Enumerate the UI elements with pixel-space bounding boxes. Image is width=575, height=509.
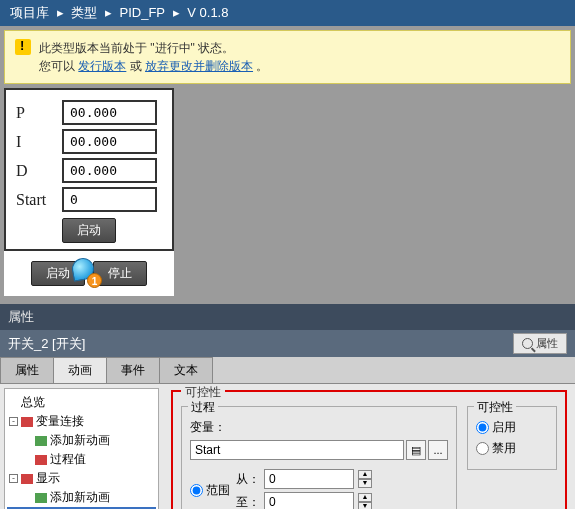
release-link[interactable]: 发行版本 — [78, 59, 126, 73]
tree-process-val[interactable]: 过程值 — [7, 450, 156, 469]
to-input[interactable] — [264, 492, 354, 509]
pid-label-d: D — [12, 162, 62, 180]
tab-animation[interactable]: 动画 — [53, 357, 107, 383]
pid-input-p[interactable] — [62, 100, 157, 125]
properties-tab-right[interactable]: 属性 — [513, 333, 567, 354]
tab-properties[interactable]: 属性 — [0, 357, 54, 383]
pid-label-i: I — [12, 133, 62, 151]
to-spinner[interactable]: ▲▼ — [358, 493, 372, 509]
notice-banner: 此类型版本当前处于 "进行中" 状态。 您可以 发行版本 或 放弃更改并删除版本… — [4, 30, 571, 84]
form-area: 可控性 过程 变量： ▤ ... 范围 从： — [163, 384, 575, 509]
object-name: 开关_2 [开关] — [8, 335, 85, 353]
center-start-button[interactable]: 启动 — [62, 218, 116, 243]
folder-icon — [21, 474, 33, 484]
cursor-marker-1: 1 — [72, 258, 98, 284]
variable-input[interactable] — [190, 440, 404, 460]
control-group: 可控性 启用 禁用 — [467, 406, 557, 470]
tab-text[interactable]: 文本 — [159, 357, 213, 383]
tab-events[interactable]: 事件 — [106, 357, 160, 383]
breadcrumb: 项目库 ▸ 类型 ▸ PID_FP ▸ V 0.1.8 — [0, 0, 575, 26]
pid-input-start[interactable] — [62, 187, 157, 212]
disable-radio[interactable]: 禁用 — [476, 440, 516, 457]
add-icon — [35, 493, 47, 503]
item-icon — [35, 455, 47, 465]
range-radio[interactable]: 范围 — [190, 482, 230, 499]
notice-line1: 此类型版本当前处于 "进行中" 状态。 — [39, 39, 268, 57]
properties-bar: 属性 — [0, 304, 575, 330]
pid-label-p: P — [12, 104, 62, 122]
enable-radio[interactable]: 启用 — [476, 419, 516, 436]
process-group: 过程 变量： ▤ ... 范围 从：▲▼ 至：▲▼ — [181, 406, 457, 509]
tree-var-conn[interactable]: -变量连接 — [7, 412, 156, 431]
highlight-box: 可控性 过程 变量： ▤ ... 范围 从： — [171, 390, 567, 509]
tag-browse-icon[interactable]: ▤ — [406, 440, 426, 460]
tree-overview[interactable]: 总览 — [7, 393, 156, 412]
pid-input-d[interactable] — [62, 158, 157, 183]
pid-panel: P I D Start 启动 — [4, 88, 174, 251]
pid-input-i[interactable] — [62, 129, 157, 154]
tree-display[interactable]: -显示 — [7, 469, 156, 488]
add-icon — [35, 436, 47, 446]
search-icon — [522, 338, 533, 349]
pid-label-start: Start — [12, 191, 62, 209]
var-label: 变量： — [190, 419, 226, 436]
from-spinner[interactable]: ▲▼ — [358, 470, 372, 488]
tree-add-anim-2[interactable]: 添加新动画 — [7, 488, 156, 507]
object-bar: 开关_2 [开关] 属性 — [0, 330, 575, 357]
tree-add-anim-1[interactable]: 添加新动画 — [7, 431, 156, 450]
tab-bar: 属性 动画 事件 文本 — [0, 357, 575, 384]
from-input[interactable] — [264, 469, 354, 489]
nav-tree[interactable]: 总览 -变量连接 添加新动画 过程值 -显示 添加新动画 可控性 — [4, 388, 159, 509]
warning-icon — [15, 39, 31, 55]
browse-button[interactable]: ... — [428, 440, 448, 460]
discard-link[interactable]: 放弃更改并删除版本 — [145, 59, 253, 73]
folder-icon — [21, 417, 33, 427]
